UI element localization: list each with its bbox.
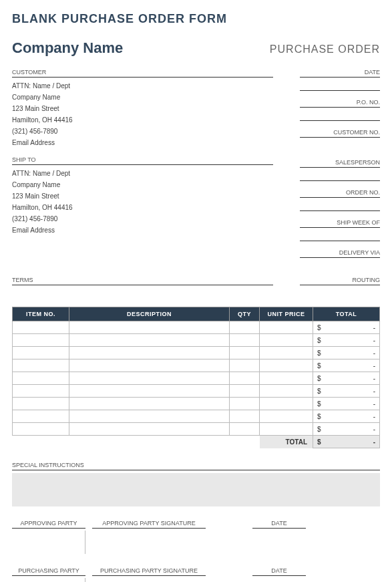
purchase-order-heading: PURCHASE ORDER bbox=[270, 43, 380, 55]
customer-company: Company Name bbox=[12, 92, 273, 103]
shipto-email: Email Address bbox=[12, 225, 273, 236]
form-title: BLANK PURCHASE ORDER FORM bbox=[12, 12, 380, 26]
custno-field[interactable] bbox=[300, 140, 380, 151]
orderno-field[interactable] bbox=[300, 200, 380, 211]
customer-attn: ATTN: Name / Dept bbox=[12, 80, 273, 92]
pono-field[interactable] bbox=[300, 110, 380, 121]
approving-signature-field[interactable] bbox=[92, 531, 206, 554]
delivery-label: DELIVERY VIA bbox=[300, 249, 380, 258]
table-row[interactable]: $- bbox=[13, 347, 380, 359]
table-row[interactable]: $- bbox=[13, 334, 380, 347]
customer-label: CUSTOMER bbox=[12, 69, 273, 78]
table-row[interactable]: $- bbox=[13, 321, 380, 334]
shipto-attn: ATTN: Name / Dept bbox=[12, 168, 273, 179]
shipweek-field[interactable] bbox=[300, 231, 380, 241]
shipto-phone: (321) 456-7890 bbox=[12, 213, 273, 225]
shipto-city: Hamilton, OH 44416 bbox=[12, 202, 273, 213]
total-row: TOTAL$- bbox=[13, 436, 380, 448]
customer-phone: (321) 456-7890 bbox=[12, 126, 273, 137]
table-row[interactable]: $- bbox=[13, 372, 380, 385]
purchasing-date-field[interactable] bbox=[252, 578, 306, 582]
header-price: UNIT PRICE bbox=[260, 307, 313, 321]
company-name: Company Name bbox=[12, 39, 123, 57]
table-row[interactable]: $- bbox=[13, 423, 380, 436]
table-row[interactable]: $- bbox=[13, 410, 380, 423]
items-table: ITEM NO. DESCRIPTION QTY UNIT PRICE TOTA… bbox=[12, 307, 380, 448]
special-instructions-label: SPECIAL INSTRUCTIONS bbox=[12, 462, 380, 470]
header-total: TOTAL bbox=[313, 307, 380, 321]
purchasing-date-label: DATE bbox=[252, 567, 306, 576]
customer-email: Email Address bbox=[12, 137, 273, 148]
date-field[interactable] bbox=[300, 80, 380, 91]
purchasing-party-field[interactable] bbox=[12, 578, 85, 582]
orderno-label: ORDER NO. bbox=[300, 189, 380, 198]
salesperson-field[interactable] bbox=[300, 170, 380, 181]
approving-party-label: APPROVING PARTY bbox=[12, 520, 85, 529]
custno-label: CUSTOMER NO. bbox=[300, 129, 380, 138]
shipto-company: Company Name bbox=[12, 179, 273, 190]
header-desc: DESCRIPTION bbox=[69, 307, 230, 321]
shipto-label: SHIP TO bbox=[12, 156, 273, 165]
routing-label: ROUTING bbox=[300, 277, 380, 285]
pono-label: P.O. NO. bbox=[300, 99, 380, 108]
purchasing-signature-field[interactable] bbox=[92, 578, 206, 582]
table-row[interactable]: $- bbox=[13, 398, 380, 410]
approving-party-field[interactable] bbox=[12, 531, 85, 554]
terms-label: TERMS bbox=[12, 277, 273, 285]
table-row[interactable]: $- bbox=[13, 385, 380, 398]
purchasing-signature-label: PURCHASING PARTY SIGNATURE bbox=[92, 567, 206, 576]
header-qty: QTY bbox=[230, 307, 260, 321]
customer-city: Hamilton, OH 44416 bbox=[12, 114, 273, 126]
approving-signature-label: APPROVING PARTY SIGNATURE bbox=[92, 520, 206, 529]
special-instructions-box[interactable] bbox=[12, 473, 380, 506]
customer-street: 123 Main Street bbox=[12, 103, 273, 114]
salesperson-label: SALESPERSON bbox=[300, 159, 380, 168]
purchasing-party-label: PURCHASING PARTY bbox=[12, 567, 85, 576]
table-row[interactable]: $- bbox=[13, 359, 380, 372]
date-label: DATE bbox=[300, 69, 380, 78]
shipweek-label: SHIP WEEK OF bbox=[300, 219, 380, 228]
shipto-street: 123 Main Street bbox=[12, 190, 273, 202]
approving-date-label: DATE bbox=[252, 520, 306, 529]
header-item: ITEM NO. bbox=[13, 307, 69, 321]
approving-date-field[interactable] bbox=[252, 531, 306, 554]
